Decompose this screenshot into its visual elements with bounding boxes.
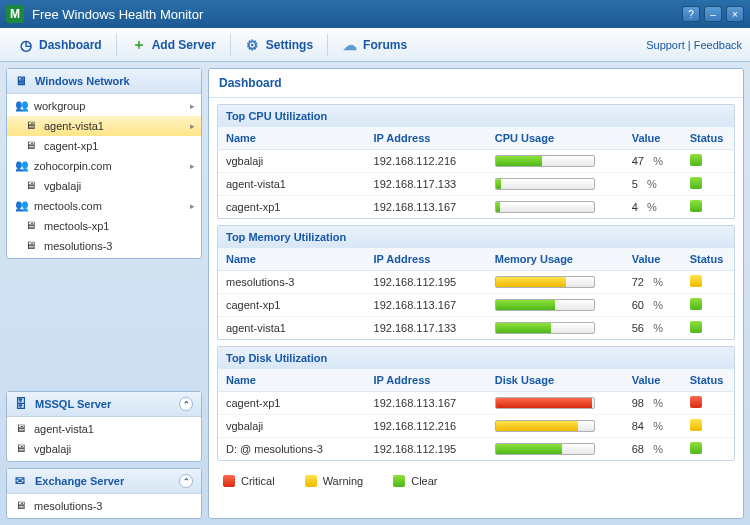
support-link[interactable]: Support <box>646 39 685 51</box>
cell-usage <box>487 271 624 294</box>
settings-label: Settings <box>266 38 313 52</box>
tree-item-zohocorpin-com[interactable]: 👥zohocorpin.com▸ <box>7 156 201 176</box>
cell-status <box>682 196 734 219</box>
table-row[interactable]: mesolutions-3192.168.112.19572 % <box>218 271 734 294</box>
progress-bar <box>495 155 595 167</box>
progress-bar <box>495 299 595 311</box>
cell-usage <box>487 438 624 461</box>
tree-label: vgbalaji <box>44 180 81 192</box>
page-title: Dashboard <box>209 69 743 98</box>
col-usage[interactable]: CPU Usage <box>487 127 624 150</box>
cell-status <box>682 317 734 340</box>
pc-icon: 🖥 <box>25 239 39 253</box>
col-name[interactable]: Name <box>218 248 366 271</box>
dashboard-content: Dashboard Top CPU UtilizationNameIP Addr… <box>208 68 744 519</box>
col-value[interactable]: Value <box>624 369 682 392</box>
table-row[interactable]: agent-vista1192.168.117.1335 % <box>218 173 734 196</box>
progress-bar <box>495 178 595 190</box>
col-value[interactable]: Value <box>624 127 682 150</box>
db-icon: 🗄 <box>15 397 29 411</box>
status-legend: Critical Warning Clear <box>209 467 743 495</box>
tree-item-vgbalaji[interactable]: 🖥vgbalaji <box>7 176 201 196</box>
group-icon: 👥 <box>15 199 29 213</box>
table-row[interactable]: cagent-xp1192.168.113.1674 % <box>218 196 734 219</box>
tree-item-workgroup[interactable]: 👥workgroup▸ <box>7 96 201 116</box>
cell-usage <box>487 196 624 219</box>
settings-button[interactable]: ⚙ Settings <box>235 33 323 57</box>
pc-icon: 🖥 <box>25 139 39 153</box>
tree-item-mectools-xp1[interactable]: 🖥mectools-xp1 <box>7 216 201 236</box>
progress-bar <box>495 420 595 432</box>
table-row[interactable]: D: @ mesolutions-3192.168.112.19568 % <box>218 438 734 461</box>
cell-ip: 192.168.113.167 <box>366 392 487 415</box>
forums-button[interactable]: ☁ Forums <box>332 33 417 57</box>
cell-value: 72 % <box>624 271 682 294</box>
cell-ip: 192.168.113.167 <box>366 294 487 317</box>
cell-ip: 192.168.117.133 <box>366 173 487 196</box>
col-ip[interactable]: IP Address <box>366 369 487 392</box>
cell-ip: 192.168.112.195 <box>366 271 487 294</box>
cell-status <box>682 271 734 294</box>
close-button[interactable]: × <box>726 6 744 22</box>
window-title: Free Windows Health Monitor <box>32 7 682 22</box>
cell-ip: 192.168.117.133 <box>366 317 487 340</box>
list-item[interactable]: 🖥mesolutions-3 <box>7 496 201 516</box>
col-ip[interactable]: IP Address <box>366 127 487 150</box>
cell-usage <box>487 415 624 438</box>
data-table: NameIP AddressDisk UsageValueStatuscagen… <box>218 369 734 460</box>
add-server-icon: ＋ <box>131 37 147 53</box>
col-value[interactable]: Value <box>624 248 682 271</box>
tree-item-mectools-com[interactable]: 👥mectools.com▸ <box>7 196 201 216</box>
col-usage[interactable]: Memory Usage <box>487 248 624 271</box>
table-row[interactable]: vgbalaji192.168.112.21684 % <box>218 415 734 438</box>
table-row[interactable]: vgbalaji192.168.112.21647 % <box>218 150 734 173</box>
col-ip[interactable]: IP Address <box>366 248 487 271</box>
col-status[interactable]: Status <box>682 369 734 392</box>
cell-name: cagent-xp1 <box>218 196 366 219</box>
table-row[interactable]: cagent-xp1192.168.113.16760 % <box>218 294 734 317</box>
tree-item-mesolutions-3[interactable]: 🖥mesolutions-3 <box>7 236 201 256</box>
legend-critical: Critical <box>241 475 275 487</box>
list-label: agent-vista1 <box>34 423 94 435</box>
dashboard-button[interactable]: ◷ Dashboard <box>8 33 112 57</box>
table-row[interactable]: cagent-xp1192.168.113.16798 % <box>218 392 734 415</box>
collapse-icon[interactable]: ⌃ <box>179 474 193 488</box>
data-table: NameIP AddressMemory UsageValueStatusmes… <box>218 248 734 339</box>
cell-name: agent-vista1 <box>218 317 366 340</box>
dashboard-label: Dashboard <box>39 38 102 52</box>
cell-usage <box>487 173 624 196</box>
cell-value: 4 % <box>624 196 682 219</box>
disk-section: Top Disk UtilizationNameIP AddressDisk U… <box>217 346 735 461</box>
table-row[interactable]: agent-vista1192.168.117.13356 % <box>218 317 734 340</box>
tree-label: zohocorpin.com <box>34 160 112 172</box>
chevron-right-icon: ▸ <box>190 201 195 211</box>
col-status[interactable]: Status <box>682 127 734 150</box>
list-item[interactable]: 🖥vgbalaji <box>7 439 201 459</box>
progress-bar <box>495 397 595 409</box>
chevron-right-icon: ▸ <box>190 121 195 131</box>
col-name[interactable]: Name <box>218 127 366 150</box>
col-name[interactable]: Name <box>218 369 366 392</box>
forums-label: Forums <box>363 38 407 52</box>
feedback-link[interactable]: Feedback <box>694 39 742 51</box>
forums-icon: ☁ <box>342 37 358 53</box>
tree-item-cagent-xp1[interactable]: 🖥cagent-xp1 <box>7 136 201 156</box>
cell-value: 68 % <box>624 438 682 461</box>
section-title: Top CPU Utilization <box>218 105 734 127</box>
add-server-button[interactable]: ＋ Add Server <box>121 33 226 57</box>
help-button[interactable]: ? <box>682 6 700 22</box>
col-status[interactable]: Status <box>682 248 734 271</box>
tree-item-agent-vista1[interactable]: 🖥agent-vista1▸ <box>7 116 201 136</box>
cell-name: cagent-xp1 <box>218 294 366 317</box>
cell-name: D: @ mesolutions-3 <box>218 438 366 461</box>
network-title: Windows Network <box>35 75 130 87</box>
collapse-icon[interactable]: ⌃ <box>179 397 193 411</box>
cell-status <box>682 438 734 461</box>
col-usage[interactable]: Disk Usage <box>487 369 624 392</box>
status-icon <box>690 396 702 408</box>
cell-usage <box>487 392 624 415</box>
minimize-button[interactable]: – <box>704 6 722 22</box>
cell-value: 84 % <box>624 415 682 438</box>
list-item[interactable]: 🖥agent-vista1 <box>7 419 201 439</box>
status-icon <box>690 200 702 212</box>
